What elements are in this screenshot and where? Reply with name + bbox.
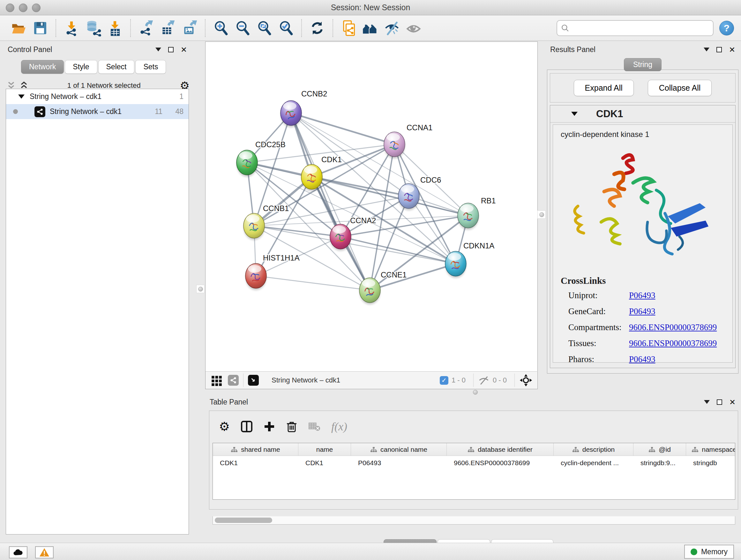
warning-icon <box>39 548 50 557</box>
tab-select[interactable]: Select <box>98 60 135 74</box>
duplicate-network-button[interactable] <box>339 19 358 37</box>
column-header-database-identifier[interactable]: database identifier <box>447 443 554 455</box>
network-node-count: 11 <box>155 107 162 116</box>
network-node-CCNE1[interactable] <box>359 278 381 305</box>
tab-string[interactable]: String <box>624 58 662 71</box>
import-table-button[interactable] <box>106 19 124 37</box>
function-builder-button[interactable]: f(x) <box>331 420 347 433</box>
search-input[interactable] <box>572 24 709 32</box>
delete-column-trash-icon[interactable] <box>286 421 297 433</box>
scrollbar-thumb[interactable] <box>215 517 272 523</box>
table-row[interactable]: CDK1CDK1P064939606.ENSP00000378699cyclin… <box>213 456 735 470</box>
tab-network[interactable]: Network <box>21 60 64 74</box>
expand-all-button[interactable]: Expand All <box>574 80 634 96</box>
column-header-label: shared name <box>241 446 280 453</box>
network-node-CDC6[interactable] <box>398 184 419 210</box>
panel-close-icon[interactable]: ✕ <box>729 47 735 52</box>
column-header-canonical-name[interactable]: canonical name <box>351 443 447 455</box>
network-label: String Network – cdk1 <box>50 107 122 116</box>
column-header-namespace[interactable]: namespace <box>686 443 735 455</box>
panel-close-icon[interactable]: ✕ <box>729 399 736 405</box>
zoom-out-button[interactable] <box>233 19 252 37</box>
open-folder-icon <box>10 20 26 36</box>
network-row[interactable]: String Network – cdk1 11 48 <box>6 104 189 119</box>
network-node-CCNB2[interactable] <box>280 101 301 127</box>
warnings-button[interactable] <box>35 546 54 558</box>
network-edge[interactable] <box>340 237 456 264</box>
help-button[interactable]: ? <box>719 21 734 36</box>
panel-close-icon[interactable]: ✕ <box>181 47 187 52</box>
tab-style[interactable]: Style <box>65 60 97 74</box>
houses-icon <box>362 20 379 37</box>
grid-view-icon[interactable] <box>211 374 223 386</box>
protein-expander-icon[interactable] <box>571 112 578 116</box>
network-collection-row[interactable]: String Network – cdk1 1 <box>6 89 189 104</box>
crosslink-row: Uniprot:P06493 <box>568 291 717 300</box>
import-network-database-button[interactable] <box>84 19 103 37</box>
network-edge[interactable] <box>254 226 340 237</box>
create-column-plus-icon[interactable] <box>264 421 275 432</box>
panel-menu-icon[interactable] <box>704 400 710 404</box>
column-header-name[interactable]: name <box>298 443 351 455</box>
crosslink-link[interactable]: P06493 <box>629 307 656 316</box>
save-session-button[interactable] <box>31 19 50 37</box>
graphics-details-button[interactable] <box>248 375 259 386</box>
bottom-divider-handle[interactable] <box>472 390 479 394</box>
export-table-button[interactable] <box>158 19 177 37</box>
zoom-selected-button[interactable] <box>277 19 295 37</box>
hide-selected-button[interactable] <box>383 19 401 37</box>
panel-float-icon[interactable] <box>717 47 722 52</box>
crosslink-link[interactable]: 9606.ENSP00000378699 <box>629 322 717 332</box>
collapse-all-button[interactable]: Collapse All <box>648 80 712 96</box>
protein-card-header[interactable]: CDK1 <box>550 105 735 123</box>
import-network-file-button[interactable] <box>62 19 81 37</box>
collection-expander-icon[interactable] <box>18 95 24 99</box>
network-node-CCNA1[interactable] <box>384 132 405 159</box>
panel-float-icon[interactable] <box>717 399 722 405</box>
network-edge[interactable] <box>256 276 370 290</box>
table-options-gear-icon[interactable]: ⚙ <box>219 422 230 431</box>
network-node-HIST1H1A[interactable] <box>246 263 266 290</box>
apply-layout-button[interactable] <box>308 19 327 37</box>
cloud-status-button[interactable] <box>9 546 27 558</box>
export-network-button[interactable] <box>137 19 155 37</box>
crosslink-label: Compartments: <box>568 322 629 332</box>
column-header--id[interactable]: @id <box>633 443 686 455</box>
column-header-description[interactable]: description <box>554 443 633 455</box>
network-node-RB1[interactable] <box>458 203 479 230</box>
column-header-shared-name[interactable]: shared name <box>213 443 298 455</box>
network-canvas[interactable]: CCNB2CCNA1CDC25BCDK1CDC6RB1CCNB1CCNA2CDK… <box>205 42 537 371</box>
network-edge[interactable] <box>291 113 394 144</box>
panel-menu-icon[interactable] <box>704 48 710 51</box>
show-all-button[interactable] <box>404 19 423 37</box>
network-view-title: String Network – cdk1 <box>272 376 440 384</box>
crosslink-link[interactable]: P06493 <box>629 354 656 364</box>
zoom-in-button[interactable] <box>212 19 230 37</box>
network-node-CDK1[interactable] <box>301 165 322 191</box>
selected-checkbox-icon[interactable]: ✓ <box>440 376 448 385</box>
right-divider-handle[interactable] <box>537 210 546 219</box>
tab-sets[interactable]: Sets <box>135 60 166 74</box>
table-horizontal-scrollbar[interactable] <box>212 516 735 524</box>
first-neighbors-button[interactable] <box>361 19 380 37</box>
hidden-eye-slash-icon[interactable] <box>478 375 489 385</box>
crosslink-link[interactable]: 9606.ENSP00000378699 <box>629 338 717 348</box>
network-node-CDC25B[interactable] <box>237 150 258 177</box>
network-view-icon[interactable] <box>228 375 239 386</box>
crosslink-link[interactable]: P06493 <box>629 291 656 300</box>
network-node-CCNA2[interactable] <box>330 224 351 251</box>
network-edge[interactable] <box>291 113 370 290</box>
network-node-CDKN1A[interactable] <box>445 251 466 278</box>
node-label: CCNB1 <box>263 204 289 212</box>
birds-eye-toggle-icon[interactable] <box>519 374 533 387</box>
panel-menu-icon[interactable] <box>155 48 161 51</box>
panel-float-icon[interactable] <box>168 47 174 52</box>
open-session-button[interactable] <box>9 19 28 37</box>
network-edge[interactable] <box>291 113 468 215</box>
show-columns-icon[interactable] <box>241 421 253 433</box>
left-divider-handle[interactable] <box>196 285 205 293</box>
memory-button[interactable]: Memory <box>684 545 734 559</box>
zoom-fit-button[interactable] <box>255 19 273 37</box>
export-image-button[interactable] <box>180 19 199 37</box>
network-node-CCNB1[interactable] <box>244 213 265 240</box>
